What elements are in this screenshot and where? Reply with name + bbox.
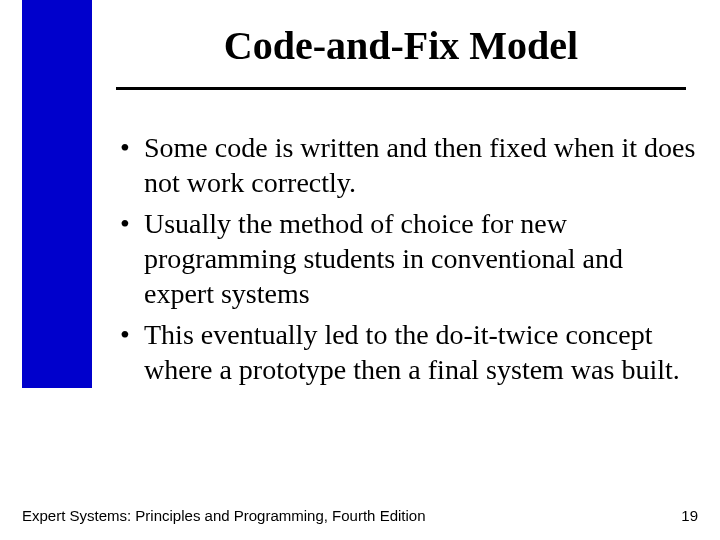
bullet-text: This eventually led to the do-it-twice c… (144, 317, 696, 387)
bullet-list: • Some code is written and then fixed wh… (116, 130, 696, 393)
page-number: 19 (681, 507, 698, 524)
accent-bar (22, 0, 92, 388)
bullet-text: Usually the method of choice for new pro… (144, 206, 696, 311)
title-block: Code-and-Fix Model (116, 22, 686, 90)
list-item: • This eventually led to the do-it-twice… (116, 317, 696, 387)
footer-left: Expert Systems: Principles and Programmi… (22, 507, 426, 524)
bullet-icon: • (116, 317, 144, 387)
footer: Expert Systems: Principles and Programmi… (22, 507, 698, 524)
list-item: • Some code is written and then fixed wh… (116, 130, 696, 200)
slide-title: Code-and-Fix Model (116, 22, 686, 69)
bullet-icon: • (116, 206, 144, 311)
bullet-text: Some code is written and then fixed when… (144, 130, 696, 200)
title-rule (116, 87, 686, 90)
list-item: • Usually the method of choice for new p… (116, 206, 696, 311)
bullet-icon: • (116, 130, 144, 200)
